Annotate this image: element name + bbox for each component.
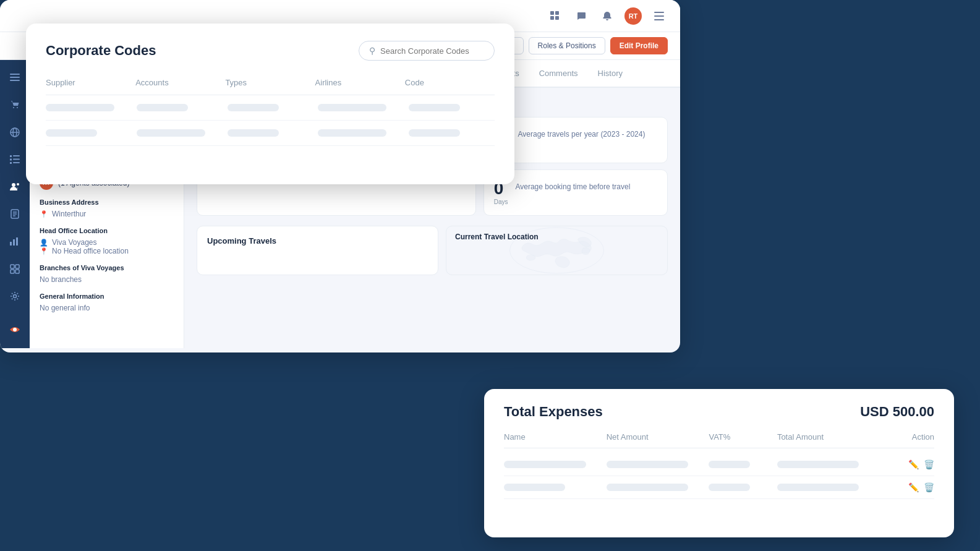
svg-point-11 bbox=[17, 107, 18, 108]
head-office-value: 📍 No Head office location bbox=[40, 247, 174, 255]
stat-desc-travels: Average travels per year (2023 - 2024) bbox=[518, 130, 646, 139]
skeleton-bar bbox=[777, 461, 859, 468]
delete-icon-1[interactable]: 🗑️ bbox=[924, 459, 934, 469]
svg-rect-0 bbox=[550, 11, 554, 15]
exp-col-action: Action bbox=[880, 432, 934, 442]
exp-col-total-amount: Total Amount bbox=[777, 432, 880, 442]
svg-rect-15 bbox=[10, 155, 12, 157]
exp-table-header: Name Net Amount VAT% Total Amount Action bbox=[504, 432, 934, 448]
cc-skeleton-row-1 bbox=[46, 95, 495, 121]
roles-positions-button[interactable]: Roles & Positions bbox=[529, 37, 605, 54]
location-icon: 📍 bbox=[40, 210, 48, 218]
svg-rect-8 bbox=[10, 77, 20, 78]
skeleton-bar bbox=[777, 484, 859, 491]
location-icon-2: 📍 bbox=[40, 247, 48, 255]
business-address-value: 📍 Winterthur bbox=[40, 210, 174, 218]
svg-rect-2 bbox=[550, 16, 554, 20]
svg-rect-31 bbox=[15, 265, 19, 268]
svg-rect-1 bbox=[555, 11, 559, 15]
branches-value: No branches bbox=[40, 275, 174, 284]
skeleton-bar bbox=[318, 129, 386, 137]
sidebar-icon-settings[interactable] bbox=[6, 289, 23, 304]
head-office-location: No Head office location bbox=[52, 247, 129, 255]
sidebar-logo bbox=[6, 321, 23, 338]
skeleton-bar bbox=[709, 484, 749, 491]
exp-header: Total Expenses USD 500.00 bbox=[504, 404, 934, 420]
skeleton-bar bbox=[504, 461, 586, 468]
corporate-codes-title: Corporate Codes bbox=[46, 43, 156, 59]
skeleton-bar bbox=[137, 104, 188, 111]
skeleton-bar bbox=[504, 484, 565, 491]
upcoming-travels-box: Upcoming Travels bbox=[197, 226, 438, 275]
exp-action-icons-2: ✏️ 🗑️ bbox=[880, 482, 934, 492]
skeleton-bar bbox=[607, 461, 689, 468]
expenses-card: Total Expenses USD 500.00 Name Net Amoun… bbox=[484, 389, 954, 537]
exp-col-vat: VAT% bbox=[709, 432, 777, 442]
exp-skeleton-row-2: ✏️ 🗑️ bbox=[504, 476, 934, 499]
tab-history[interactable]: History bbox=[588, 60, 633, 88]
svg-rect-6 bbox=[654, 19, 664, 20]
skeleton-bar bbox=[228, 104, 279, 111]
skeleton-bar bbox=[318, 104, 386, 111]
cc-header: Corporate Codes ⚲ bbox=[46, 41, 495, 61]
edit-profile-button[interactable]: Edit Profile bbox=[610, 37, 668, 54]
sidebar-icon-list[interactable] bbox=[6, 152, 23, 167]
cc-col-accounts: Accounts bbox=[135, 78, 225, 87]
delete-icon-2[interactable]: 🗑️ bbox=[924, 482, 934, 492]
svg-point-10 bbox=[13, 107, 14, 108]
svg-rect-7 bbox=[10, 74, 20, 75]
sidebar-icon-globe[interactable] bbox=[6, 124, 23, 139]
sidebar-icon-people[interactable] bbox=[6, 179, 23, 194]
person-icon: 👤 bbox=[40, 239, 48, 247]
cc-col-code: Code bbox=[405, 78, 495, 87]
stat-desc-booking: Average booking time before travel bbox=[515, 182, 630, 191]
svg-rect-17 bbox=[10, 158, 12, 160]
menu-icon[interactable] bbox=[650, 7, 668, 25]
svg-rect-27 bbox=[10, 242, 12, 246]
search-input[interactable] bbox=[380, 46, 484, 56]
sidebar-icon-cart[interactable] bbox=[6, 97, 23, 112]
edit-icon-2[interactable]: ✏️ bbox=[908, 482, 919, 492]
svg-point-21 bbox=[12, 183, 15, 187]
skeleton-bar bbox=[607, 484, 689, 491]
cc-table-header: Supplier Accounts Types Airlines Code bbox=[46, 78, 495, 95]
sidebar-icon-document[interactable] bbox=[6, 207, 23, 221]
svg-rect-3 bbox=[555, 16, 559, 20]
svg-rect-19 bbox=[10, 162, 12, 164]
stat-unit-booking: Days bbox=[494, 199, 508, 205]
sidebar-icon-menu[interactable] bbox=[6, 70, 23, 85]
exp-action-icons-1: ✏️ 🗑️ bbox=[880, 459, 934, 469]
svg-rect-32 bbox=[11, 270, 14, 273]
svg-point-35 bbox=[13, 328, 17, 331]
skeleton-bar bbox=[137, 129, 205, 137]
head-office-company: 👤 Viva Voyages bbox=[40, 238, 174, 247]
sidebar-icon-chart[interactable] bbox=[6, 234, 23, 249]
upcoming-travels-title: Upcoming Travels bbox=[207, 236, 428, 246]
cc-skeleton-row-2 bbox=[46, 121, 495, 146]
skeleton-bar bbox=[709, 461, 749, 468]
travel-map-box: Current Travel Location bbox=[446, 226, 668, 275]
skeleton-bar bbox=[46, 129, 97, 137]
head-office-label: Head Office Location bbox=[40, 227, 174, 234]
tab-comments[interactable]: Comments bbox=[529, 60, 588, 88]
user-avatar[interactable]: RT bbox=[624, 7, 642, 25]
exp-skeleton-row-1: ✏️ 🗑️ bbox=[504, 453, 934, 476]
svg-rect-16 bbox=[13, 155, 20, 156]
edit-icon-1[interactable]: ✏️ bbox=[908, 459, 919, 469]
svg-rect-5 bbox=[654, 15, 664, 17]
svg-rect-29 bbox=[16, 237, 18, 246]
grid-icon[interactable] bbox=[547, 7, 564, 25]
message-icon[interactable] bbox=[573, 7, 590, 25]
expenses-title: Total Expenses bbox=[504, 404, 603, 420]
skeleton-bar bbox=[409, 129, 460, 137]
bell-icon[interactable] bbox=[599, 7, 616, 25]
sidebar-icon-admin[interactable] bbox=[6, 262, 23, 276]
exp-col-name: Name bbox=[504, 432, 607, 442]
svg-rect-9 bbox=[10, 80, 20, 81]
exp-col-net-amount: Net Amount bbox=[607, 432, 709, 442]
svg-point-34 bbox=[14, 294, 17, 297]
svg-rect-4 bbox=[654, 12, 664, 13]
svg-rect-33 bbox=[15, 270, 19, 273]
cc-search-box[interactable]: ⚲ bbox=[359, 41, 495, 61]
svg-rect-20 bbox=[13, 162, 20, 163]
